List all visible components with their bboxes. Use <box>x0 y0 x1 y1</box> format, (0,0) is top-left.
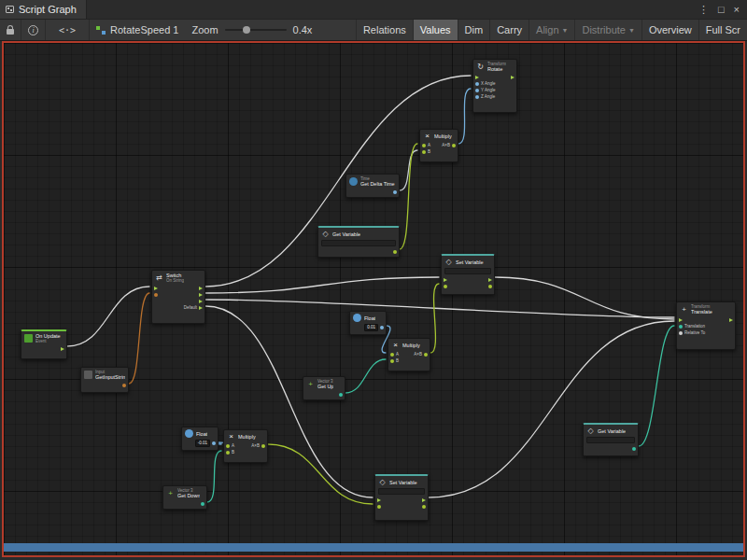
align-button[interactable]: Align▼ <box>529 20 574 40</box>
fullscreen-button[interactable]: Full Scr <box>698 20 747 40</box>
maximize-icon[interactable]: □ <box>718 4 725 15</box>
a-port[interactable]: A <box>420 142 432 148</box>
zoom-slider[interactable] <box>225 29 287 31</box>
variable-name-field[interactable] <box>321 240 396 246</box>
close-icon[interactable]: × <box>734 4 740 15</box>
node-get-variable-2[interactable]: ◇Get Variable <box>583 423 639 456</box>
node-switch-on-string[interactable]: ⇄SwitchOn StringDefault <box>151 270 205 324</box>
generic-port[interactable] <box>486 283 494 289</box>
translation-port[interactable]: Translation <box>677 323 707 329</box>
value-port-marker[interactable] <box>122 384 126 387</box>
node-float-1[interactable]: Float0.01 <box>349 311 387 335</box>
flow-port-marker[interactable] <box>488 278 492 282</box>
0.01-port[interactable]: 0.01 <box>362 324 386 330</box>
flow-port-marker[interactable] <box>729 318 733 322</box>
value-port-marker[interactable] <box>226 451 230 455</box>
node-multiply-1[interactable]: ×MultiplyABA×B <box>419 129 458 162</box>
value-port-marker[interactable] <box>201 502 204 506</box>
graph-canvas[interactable]: On UpdateEventInputGetInputString⇄Switch… <box>2 41 745 557</box>
node-translate[interactable]: +TransformTranslateTranslationRelative T… <box>676 301 736 350</box>
value-port-marker[interactable] <box>339 393 343 397</box>
flow-port-marker[interactable] <box>199 306 203 310</box>
value-port-marker[interactable] <box>422 144 426 147</box>
flow-port[interactable] <box>197 285 204 291</box>
value-port-marker[interactable] <box>390 353 394 357</box>
value-port-marker[interactable] <box>452 144 456 147</box>
generic-port[interactable] <box>375 503 383 510</box>
value-port-marker[interactable] <box>393 190 397 194</box>
overview-button[interactable]: Overview <box>641 20 698 40</box>
generic-port[interactable] <box>442 283 449 289</box>
a-port[interactable]: A <box>224 442 236 449</box>
flow-port-marker[interactable] <box>199 300 203 303</box>
z-angle-port[interactable]: Z Angle <box>473 93 498 100</box>
flow-port-marker[interactable] <box>199 293 203 297</box>
value-port-marker[interactable] <box>212 441 216 445</box>
value-port-marker[interactable] <box>444 285 447 288</box>
flow-port-marker[interactable] <box>511 76 514 79</box>
node-get-delta-time[interactable]: TimeGet Delta Time <box>345 174 400 198</box>
a-b-port[interactable]: A×B <box>412 351 430 357</box>
b-port[interactable]: B <box>388 357 401 364</box>
node-float-2[interactable]: Float-0.01 <box>181 427 218 451</box>
value-port-marker[interactable] <box>488 285 492 288</box>
breadcrumb-root-button[interactable]: <·> <box>46 20 90 40</box>
dim-button[interactable]: Dim <box>458 20 490 40</box>
flow-port[interactable] <box>486 276 494 283</box>
flow-port[interactable] <box>420 497 428 503</box>
flow-port-marker[interactable] <box>679 318 683 322</box>
carry-button[interactable]: Carry <box>489 20 529 40</box>
vector-port[interactable] <box>337 391 345 398</box>
menu-icon[interactable]: ⋮ <box>698 4 709 16</box>
node-set-variable-1[interactable]: ◇Set Variable <box>441 254 495 295</box>
node-multiply-2[interactable]: ×MultiplyABA×B <box>388 338 430 371</box>
value-port-marker[interactable] <box>377 505 381 509</box>
flow-port-marker[interactable] <box>61 347 64 351</box>
node-vector3-get-up[interactable]: +Vector 3Get Up <box>303 376 345 400</box>
a-b-port[interactable]: A×B <box>440 142 458 148</box>
graph-breadcrumb[interactable]: RotateSpeed 1 <box>90 20 185 40</box>
node-get-input-string[interactable]: InputGetInputString <box>80 367 129 393</box>
node-rotate[interactable]: ↻TransformRotateX AngleY AngleZ Angle <box>472 59 517 113</box>
flow-port[interactable] <box>677 316 707 323</box>
flow-port[interactable] <box>59 345 66 352</box>
flow-port[interactable] <box>152 285 160 291</box>
variable-name-field[interactable] <box>444 268 491 274</box>
generic-port[interactable] <box>420 503 428 510</box>
flow-port-marker[interactable] <box>154 287 158 290</box>
flow-port-marker[interactable] <box>422 498 426 502</box>
value-port-marker[interactable] <box>475 89 479 92</box>
y-angle-port[interactable]: Y Angle <box>473 87 498 93</box>
vector-port[interactable] <box>630 445 638 452</box>
b-port[interactable]: B <box>420 148 432 155</box>
value-port-marker[interactable] <box>632 447 636 451</box>
node-set-variable-2[interactable]: ◇Set Variable <box>374 474 429 521</box>
node-vector3-get-down[interactable]: +Vector 3Get Down <box>162 485 207 510</box>
value-port-marker[interactable] <box>679 325 683 329</box>
b-port[interactable]: B <box>224 449 236 455</box>
flow-port[interactable] <box>375 497 383 503</box>
variable-name-field[interactable] <box>586 437 635 443</box>
value-port-marker[interactable] <box>475 95 479 99</box>
variable-name-field[interactable] <box>378 488 425 495</box>
string-port[interactable] <box>152 291 160 298</box>
value-port-marker[interactable] <box>679 331 683 335</box>
node-multiply-3[interactable]: ×MultiplyABA×B <box>223 429 268 463</box>
value-port-marker[interactable] <box>154 293 158 297</box>
a-port[interactable]: A <box>388 351 401 357</box>
node-on-update[interactable]: On UpdateEvent <box>21 329 67 359</box>
value-port-marker[interactable] <box>424 353 428 357</box>
value-port-marker[interactable] <box>390 359 394 363</box>
flow-port[interactable] <box>509 74 516 80</box>
distribute-button[interactable]: Distribute▼ <box>574 20 641 40</box>
relative-to-port[interactable]: Relative To <box>677 329 707 336</box>
value-port-marker[interactable] <box>422 505 426 509</box>
-0.01-port[interactable]: -0.01 <box>193 440 218 446</box>
x-angle-port[interactable]: X Angle <box>473 80 498 87</box>
string-port[interactable] <box>120 382 128 388</box>
flow-port-marker[interactable] <box>377 498 381 502</box>
vector-port[interactable] <box>199 500 206 507</box>
float-port[interactable] <box>391 189 399 195</box>
flow-port-marker[interactable] <box>444 278 447 282</box>
flow-port[interactable] <box>727 316 735 323</box>
